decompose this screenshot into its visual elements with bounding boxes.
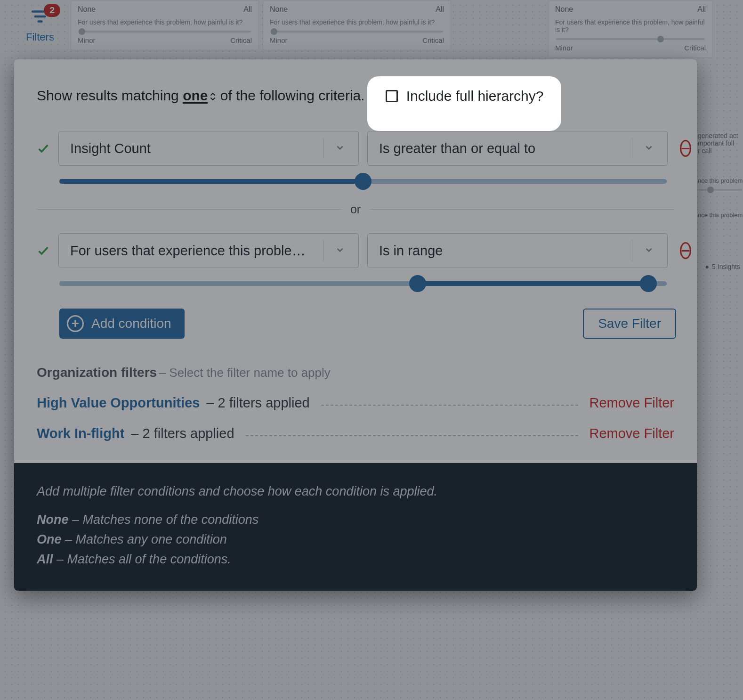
bg-card-top-right: All bbox=[697, 5, 706, 14]
condition-field-select[interactable]: Insight Count bbox=[58, 131, 359, 166]
bg-card: None All For users that experience this … bbox=[263, 0, 451, 50]
select-separator bbox=[632, 240, 632, 261]
org-filters-section: Organization filters – Select the filter… bbox=[37, 365, 674, 441]
bg-card-question: For users that experience this problem, … bbox=[270, 18, 444, 26]
org-filters-heading: Organization filters bbox=[37, 365, 157, 380]
save-filter-button[interactable]: Save Filter bbox=[583, 309, 676, 339]
condition-slider[interactable] bbox=[59, 179, 667, 184]
condition-valid-icon bbox=[37, 142, 50, 155]
condition-field-value: For users that experience this problem… bbox=[70, 243, 310, 259]
condition-range-slider[interactable] bbox=[59, 281, 667, 286]
bg-insights-text: 5 Insights bbox=[712, 263, 740, 270]
condition-field-value: Insight Count bbox=[70, 141, 151, 156]
bg-fragment-slider bbox=[699, 189, 742, 191]
separator-line bbox=[37, 209, 341, 210]
bg-card-bottom-left: Minor bbox=[78, 36, 96, 44]
lightbulb-icon: ● bbox=[705, 263, 709, 270]
help-one-desc: – Matches any one condition bbox=[62, 532, 227, 546]
modal-button-row: + Add condition Save Filter bbox=[59, 309, 676, 339]
org-filter-count: – 2 filters applied bbox=[131, 426, 234, 441]
bg-card-question: For users that experience this problem, … bbox=[555, 18, 706, 33]
org-filters-subtitle: – Select the filter name to apply bbox=[159, 366, 331, 380]
bg-card: None All For users that experience this … bbox=[71, 0, 259, 50]
org-filter-name[interactable]: High Value Opportunities bbox=[37, 395, 200, 411]
bg-fragment-text: nce this problem bbox=[698, 212, 743, 219]
bg-insights-chip: ● 5 Insights bbox=[705, 263, 740, 270]
help-none-kw: None bbox=[37, 513, 69, 527]
modal-help-footer: Add multiple filter conditions and choos… bbox=[14, 463, 697, 591]
bg-card-top-left: None bbox=[78, 5, 96, 14]
filters-toggle[interactable]: 2 Filters bbox=[19, 7, 61, 43]
separator-label: or bbox=[341, 203, 370, 216]
bg-fragment-text: r call bbox=[698, 147, 743, 155]
include-hierarchy-toggle[interactable]: Include full hierarchy? bbox=[386, 88, 544, 104]
filter-modal-body: Show results matching one of the followi… bbox=[14, 59, 697, 463]
dashed-divider bbox=[321, 405, 578, 406]
select-separator bbox=[632, 138, 632, 159]
plus-icon: + bbox=[67, 315, 84, 332]
help-one-kw: One bbox=[37, 532, 62, 546]
filter-icon: 2 bbox=[28, 7, 52, 25]
chevron-down-icon bbox=[644, 243, 654, 259]
bg-card-bottom-right: Critical bbox=[684, 44, 706, 52]
chevron-down-icon bbox=[335, 141, 345, 156]
condition-valid-icon bbox=[37, 244, 50, 257]
condition-row: For users that experience this problem… … bbox=[37, 233, 674, 268]
select-separator bbox=[323, 138, 323, 159]
help-none: None – Matches none of the conditions bbox=[37, 510, 674, 530]
org-filter-remove[interactable]: Remove Filter bbox=[590, 395, 675, 411]
filters-badge: 2 bbox=[44, 4, 60, 17]
modal-header-row: Show results matching one of the followi… bbox=[37, 88, 674, 105]
org-filter-remove[interactable]: Remove Filter bbox=[590, 426, 675, 441]
remove-condition-button[interactable] bbox=[680, 242, 691, 259]
match-mode-selector[interactable]: one bbox=[183, 88, 216, 103]
match-mode-prefix: Show results matching bbox=[37, 88, 183, 103]
select-separator bbox=[323, 240, 323, 261]
bg-fragment: generated act mportant foll r call nce t… bbox=[698, 132, 743, 219]
bg-card-slider bbox=[271, 31, 443, 33]
condition-row: Insight Count Is greater than or equal t… bbox=[37, 131, 674, 166]
org-filters-heading-row: Organization filters – Select the filter… bbox=[37, 365, 674, 380]
help-intro: Add multiple filter conditions and choos… bbox=[37, 482, 674, 502]
bg-fragment-text: generated act bbox=[698, 132, 743, 139]
help-all-kw: All bbox=[37, 552, 53, 566]
org-filter-row: Work In-flight – 2 filters applied Remov… bbox=[37, 426, 674, 441]
condition-operator-value: Is greater than or equal to bbox=[379, 141, 535, 156]
slider-fill bbox=[418, 281, 648, 286]
condition-field-select[interactable]: For users that experience this problem… bbox=[58, 233, 359, 268]
bg-card-bottom-right: Critical bbox=[230, 36, 252, 44]
bg-card-bottom-left: Minor bbox=[555, 44, 573, 52]
bg-card-bottom-right: Critical bbox=[422, 36, 444, 44]
slider-thumb-low[interactable] bbox=[409, 275, 426, 292]
help-none-desc: – Matches none of the conditions bbox=[69, 513, 259, 527]
dashed-divider bbox=[246, 435, 578, 436]
bg-card-top-right: All bbox=[436, 5, 444, 14]
updown-icon bbox=[210, 89, 216, 105]
bg-card: None All For users that experience this … bbox=[548, 0, 713, 58]
include-hierarchy-label: Include full hierarchy? bbox=[406, 88, 544, 104]
org-filter-row: High Value Opportunities – 2 filters app… bbox=[37, 395, 674, 411]
bg-card-bottom-left: Minor bbox=[270, 36, 288, 44]
condition-operator-select[interactable]: Is greater than or equal to bbox=[367, 131, 668, 166]
add-condition-button[interactable]: + Add condition bbox=[59, 309, 185, 339]
bg-card-slider bbox=[556, 38, 705, 40]
match-mode-sentence: Show results matching one of the followi… bbox=[37, 88, 365, 105]
condition-operator-select[interactable]: Is in range bbox=[367, 233, 668, 268]
slider-fill bbox=[59, 179, 363, 184]
bg-card-top-left: None bbox=[270, 5, 288, 14]
condition-separator: or bbox=[37, 203, 674, 216]
filter-modal: Show results matching one of the followi… bbox=[14, 59, 697, 591]
help-one: One – Matches any one condition bbox=[37, 530, 674, 550]
match-mode-suffix: of the following criteria. bbox=[216, 88, 364, 103]
chevron-down-icon bbox=[335, 243, 345, 259]
org-filter-name[interactable]: Work In-flight bbox=[37, 426, 124, 441]
remove-condition-button[interactable] bbox=[680, 140, 691, 157]
slider-thumb[interactable] bbox=[355, 173, 372, 190]
bg-card-top-right: All bbox=[243, 5, 252, 14]
slider-thumb-high[interactable] bbox=[640, 275, 657, 292]
minus-icon bbox=[681, 148, 690, 149]
bg-fragment-text: nce this problem bbox=[698, 177, 743, 184]
add-condition-label: Add condition bbox=[91, 316, 171, 331]
minus-icon bbox=[681, 250, 690, 252]
help-all-desc: – Matches all of the conditions. bbox=[53, 552, 231, 566]
